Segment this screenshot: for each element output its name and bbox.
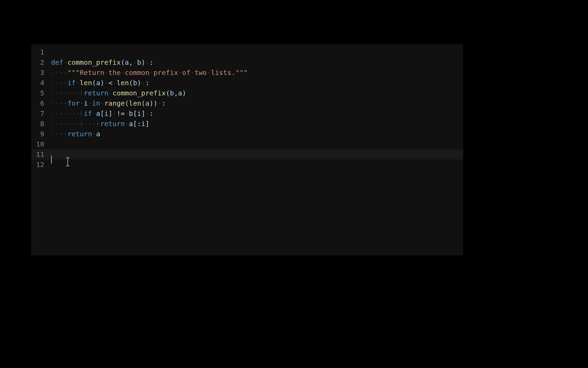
code-line[interactable]: 5········return·common_prefix(b,a) [31, 88, 463, 98]
code-editor[interactable]: 12def·common_prefix(a,·b)·:3····"""Retur… [31, 44, 463, 256]
line-content[interactable]: ····return·a [51, 130, 463, 138]
token-var: i [104, 109, 109, 118]
line-number: 2 [31, 58, 51, 66]
code-line[interactable]: 6····for·i·in·range(len(a))·: [31, 98, 463, 108]
token-ws-dot: · [158, 99, 162, 107]
token-fn: common_prefix [67, 58, 121, 66]
token-ws-dot: · [92, 109, 96, 118]
code-line[interactable]: 4····if·len(a)·<·len(b)·: [31, 78, 463, 88]
line-content[interactable]: def·common_prefix(a,·b)·: [51, 58, 463, 66]
token-ws-dot: · [88, 99, 92, 107]
token-punct: , [174, 89, 178, 97]
token-punct: : [149, 58, 153, 66]
token-var: i [141, 120, 145, 128]
token-str: prefix [153, 68, 178, 77]
line-number: 1 [31, 48, 51, 56]
token-str: """Return [67, 68, 104, 77]
token-ws-dot: · [104, 68, 109, 77]
line-number: 6 [31, 99, 51, 107]
indent-guide [97, 121, 98, 127]
line-number: 4 [31, 79, 51, 87]
token-ws-dot: · [104, 79, 109, 87]
token-ws-dot: ············ [51, 120, 100, 128]
code-line[interactable]: 2def·common_prefix(a,·b)·: [31, 57, 463, 67]
indent-guide [81, 110, 81, 117]
token-punct: : [162, 99, 166, 107]
token-punct: ] [141, 109, 145, 118]
token-var: a [178, 89, 182, 97]
token-ws-dot: ···· [51, 99, 67, 107]
token-punct: ( [166, 89, 170, 97]
token-ws-dot: ···· [51, 68, 67, 77]
token-builtin: len [117, 79, 129, 87]
token-str: common [125, 68, 149, 77]
code-line[interactable]: 12 [31, 159, 463, 170]
token-punct: ( [92, 79, 96, 87]
token-str: two [195, 68, 207, 77]
token-punct: ( [125, 99, 129, 107]
code-line[interactable]: 1 [31, 47, 463, 57]
token-ws-dot: · [80, 99, 84, 107]
token-var: a [96, 79, 100, 87]
token-ws-dot: ···· [51, 130, 67, 138]
line-content[interactable]: ········return·common_prefix(b,a) [51, 89, 463, 97]
token-ws-dot: · [125, 109, 129, 118]
token-ws-dot: · [190, 68, 194, 77]
line-content[interactable]: ············return·a[:i] [51, 120, 463, 128]
code-line[interactable]: 9····return·a [31, 129, 463, 139]
token-var: a [145, 99, 149, 107]
token-ws-dot: · [63, 58, 67, 66]
line-number: 11 [31, 150, 51, 158]
token-punct: ) [141, 58, 145, 66]
line-number: 7 [31, 109, 51, 118]
token-ws-dot: ···· [51, 79, 67, 87]
token-punct: [ [133, 109, 137, 118]
line-number: 12 [31, 160, 51, 169]
line-number: 9 [31, 130, 51, 138]
code-line[interactable]: 10 [31, 139, 463, 149]
token-op: != [117, 109, 125, 118]
code-line[interactable]: 8············return·a[:i] [31, 119, 463, 129]
token-punct: ) [182, 89, 186, 97]
token-punct: ( [121, 58, 125, 66]
token-punct: ) [100, 79, 104, 87]
token-var: a [96, 130, 100, 138]
token-punct: ) [137, 79, 141, 87]
token-ws-dot: · [133, 58, 137, 66]
token-ws-dot: · [141, 79, 145, 87]
line-content[interactable]: ····if·len(a)·<·len(b)·: [51, 79, 463, 87]
token-ws-dot: · [109, 89, 113, 97]
code-area[interactable]: 12def·common_prefix(a,·b)·:3····"""Retur… [31, 44, 463, 170]
line-number: 8 [31, 120, 51, 128]
token-ws-dot: · [113, 79, 117, 87]
token-ws-dot: · [207, 68, 211, 77]
line-content[interactable]: ····"""Return·the·common·prefix·of·two·l… [51, 68, 463, 77]
token-ws-dot: · [145, 58, 149, 66]
token-punct: ] [109, 109, 113, 118]
token-kw: def [51, 58, 63, 66]
code-line[interactable]: 7········if·a[i]·!=·b[i]·: [31, 108, 463, 119]
line-number: 10 [31, 140, 51, 148]
token-ws-dot: · [121, 68, 125, 77]
token-kw: return [67, 130, 92, 138]
token-var: a [96, 109, 100, 118]
token-str: the [109, 68, 121, 77]
indent-guide [81, 121, 81, 127]
token-punct: ( [141, 99, 145, 107]
token-ws-dot: ········ [51, 109, 84, 118]
token-kw: if [67, 79, 76, 87]
token-ws-dot: · [145, 109, 149, 118]
token-kw: return [84, 89, 108, 97]
code-line[interactable]: 11 [31, 149, 463, 159]
token-var: b [129, 109, 133, 118]
line-content[interactable]: ····for·i·in·range(len(a))·: [51, 99, 463, 107]
code-line[interactable]: 3····"""Return·the·common·prefix·of·two·… [31, 67, 463, 78]
token-var: i [84, 99, 88, 107]
token-str: lists.""" [211, 68, 248, 77]
token-punct: : [145, 79, 149, 87]
token-ws-dot: · [113, 109, 117, 118]
token-ws-dot: · [125, 120, 129, 128]
token-kw: in [92, 99, 100, 107]
line-content[interactable]: ········if·a[i]·!=·b[i]·: [51, 109, 463, 118]
token-var: i [137, 109, 141, 118]
